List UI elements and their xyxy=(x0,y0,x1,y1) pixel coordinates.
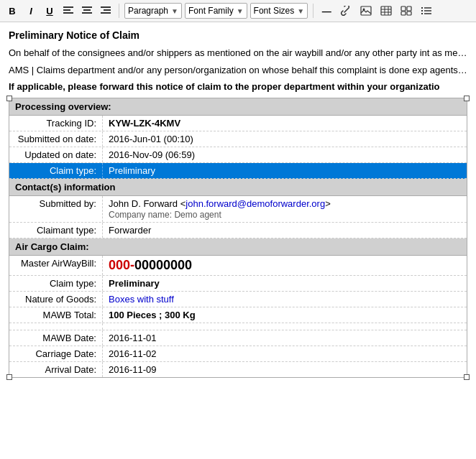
svg-rect-19 xyxy=(407,11,411,15)
arrival-date-value: 2016-11-09 xyxy=(103,362,467,377)
tracking-id-label: Tracking ID: xyxy=(9,116,103,131)
table-button[interactable] xyxy=(377,3,395,19)
font-sizes-arrow: ▼ xyxy=(297,7,304,15)
submitted-date-value: 2016-Jun-01 (00:10) xyxy=(103,131,467,147)
processing-overview-table: Processing overview: Tracking ID: KYW-LZ… xyxy=(9,98,467,378)
submitted-by-label: Submitted by: xyxy=(9,196,103,222)
svg-rect-9 xyxy=(361,6,371,15)
svg-rect-18 xyxy=(401,11,406,15)
resize-handle-br[interactable] xyxy=(464,374,470,380)
awb-red-part: 000- xyxy=(109,258,134,272)
svg-rect-3 xyxy=(82,6,92,8)
tracking-id-value: KYW-LZK-4KMV xyxy=(103,116,467,131)
table-row: Claim type: Preliminary xyxy=(9,276,467,292)
table-row: Updated on date: 2016-Nov-09 (06:59) xyxy=(9,147,467,163)
processing-overview-header: Processing overview: xyxy=(9,98,467,116)
table-row: Carriage Date: 2016-11-02 xyxy=(9,346,467,362)
master-awb-value: 000-00000000 xyxy=(103,256,467,275)
doc-paragraph-3: If applicable, please forward this notic… xyxy=(9,81,467,92)
align-left-button[interactable] xyxy=(60,3,76,19)
contact-close: > xyxy=(325,198,331,209)
submitted-date-label: Submitted on date: xyxy=(9,131,103,147)
svg-rect-17 xyxy=(407,6,411,11)
mawb-date-value: 2016-11-01 xyxy=(103,330,467,346)
resize-handle-tl[interactable] xyxy=(6,96,12,101)
list-button[interactable] xyxy=(418,3,435,19)
table-row: Master AirWayBill: 000-00000000 xyxy=(9,256,467,276)
submitted-by-value: John D. Forward <john.forward@demoforwar… xyxy=(103,196,467,222)
svg-rect-7 xyxy=(104,9,111,11)
doc-paragraph-1: On behalf of the consignees and/or shipp… xyxy=(9,47,467,60)
underline-button[interactable]: U xyxy=(42,3,58,19)
table-row: MAWB Date: 2016-11-01 xyxy=(9,330,467,346)
table-row: Nature of Goods: Boxes with stuff xyxy=(9,292,467,307)
svg-rect-0 xyxy=(63,6,73,8)
contact-name: John D. Forward < xyxy=(109,198,186,209)
claimant-type-label: Claimant type: xyxy=(9,223,103,238)
special-button[interactable] xyxy=(398,3,415,19)
claim-type-label: Claim type: xyxy=(9,163,103,178)
editor-toolbar: B I U Paragraph ▼ Font Family ▼ Font Siz… xyxy=(0,0,476,22)
bold-button[interactable]: B xyxy=(4,3,20,19)
company-name: Company name: Demo agent xyxy=(109,210,221,220)
resize-handle-tr[interactable] xyxy=(464,96,470,101)
spacer-label xyxy=(9,323,103,330)
paragraph-arrow: ▼ xyxy=(171,7,178,15)
spacer-value xyxy=(103,323,467,330)
doc-title: Preliminary Notice of Claim xyxy=(9,29,467,41)
cargo-claim-type-label: Claim type: xyxy=(9,276,103,291)
svg-rect-8 xyxy=(101,12,111,14)
resize-handle-bl[interactable] xyxy=(6,374,12,380)
svg-rect-22 xyxy=(421,10,423,11)
image-button[interactable] xyxy=(357,3,375,19)
table-row: Tracking ID: KYW-LZK-4KMV xyxy=(9,116,467,131)
hr-button[interactable]: — xyxy=(319,3,334,19)
air-cargo-header: Air Cargo Claim: xyxy=(9,238,467,256)
svg-rect-16 xyxy=(401,6,406,11)
contact-email[interactable]: john.forward@demoforwarder.org xyxy=(186,198,325,209)
updated-date-value: 2016-Nov-09 (06:59) xyxy=(103,147,467,162)
table-row-spacer xyxy=(9,323,467,330)
mawb-total-value: 100 Pieces ; 300 Kg xyxy=(103,307,467,323)
font-family-select[interactable]: Font Family ▼ xyxy=(185,3,247,19)
link-button[interactable] xyxy=(337,3,354,19)
svg-rect-1 xyxy=(63,9,70,11)
mawb-date-label: MAWB Date: xyxy=(9,330,103,346)
svg-rect-2 xyxy=(63,12,73,14)
contacts-header: Contact(s) information xyxy=(9,179,467,196)
italic-button[interactable]: I xyxy=(23,3,39,19)
paragraph-label: Paragraph xyxy=(128,6,168,16)
carriage-date-value: 2016-11-02 xyxy=(103,346,467,361)
paragraph-select[interactable]: Paragraph ▼ xyxy=(124,3,182,19)
table-row: Claimant type: Forwarder xyxy=(9,223,467,238)
cargo-claim-type-value: Preliminary xyxy=(103,276,467,291)
table-row: Submitted on date: 2016-Jun-01 (00:10) xyxy=(9,131,467,147)
svg-rect-24 xyxy=(421,13,423,14)
carriage-date-label: Carriage Date: xyxy=(9,346,103,361)
table-row: Arrival Date: 2016-11-09 xyxy=(9,362,467,377)
align-right-button[interactable] xyxy=(98,3,114,19)
svg-rect-6 xyxy=(101,6,111,8)
divider-1 xyxy=(119,4,119,18)
align-center-button[interactable] xyxy=(79,3,95,19)
table-row: MAWB Total: 100 Pieces ; 300 Kg xyxy=(9,307,467,323)
nature-goods-value: Boxes with stuff xyxy=(103,292,467,307)
arrival-date-label: Arrival Date: xyxy=(9,362,103,377)
svg-rect-11 xyxy=(381,6,391,15)
claim-type-value: Preliminary xyxy=(103,163,467,178)
font-family-label: Font Family xyxy=(188,6,234,16)
editor-content: Preliminary Notice of Claim On behalf of… xyxy=(0,22,476,385)
updated-date-label: Updated on date: xyxy=(9,147,103,162)
font-sizes-select[interactable]: Font Sizes ▼ xyxy=(250,3,308,19)
master-awb-label: Master AirWayBill: xyxy=(9,256,103,275)
font-sizes-label: Font Sizes xyxy=(254,6,295,16)
doc-paragraph-2: AMS | Claims department and/or any perso… xyxy=(9,64,467,77)
font-family-arrow: ▼ xyxy=(237,7,244,15)
nature-goods-label: Nature of Goods: xyxy=(9,292,103,307)
table-row-highlighted: Claim type: Preliminary xyxy=(9,163,467,179)
svg-rect-20 xyxy=(421,7,423,9)
mawb-total-label: MAWB Total: xyxy=(9,307,103,323)
claimant-type-value: Forwarder xyxy=(103,223,467,238)
table-row: Submitted by: John D. Forward <john.forw… xyxy=(9,196,467,223)
svg-rect-5 xyxy=(82,12,92,14)
